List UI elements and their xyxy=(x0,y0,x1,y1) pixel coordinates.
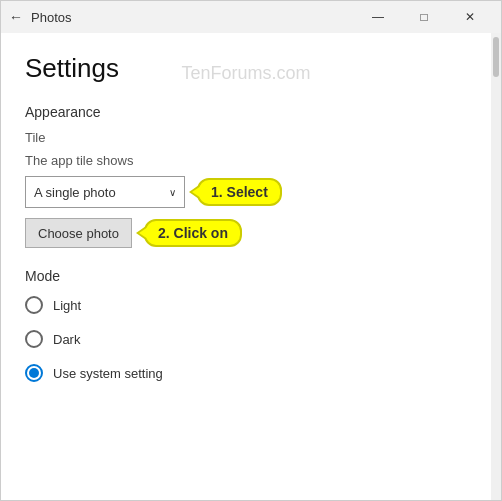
radio-system-circle xyxy=(25,364,43,382)
maximize-button[interactable]: □ xyxy=(401,1,447,33)
dropdown-arrow-icon: ∨ xyxy=(169,187,176,198)
callout-click: 2. Click on xyxy=(144,219,242,247)
app-window: ← Photos — □ ✕ TenForums.com Settings Ap… xyxy=(0,0,502,501)
choose-photo-button[interactable]: Choose photo xyxy=(25,218,132,248)
radio-light[interactable]: Light xyxy=(25,296,467,314)
content-area: TenForums.com Settings Appearance Tile T… xyxy=(1,33,501,500)
page-title: Settings xyxy=(25,53,467,84)
appearance-section: Appearance Tile The app tile shows A sin… xyxy=(25,104,467,248)
window-controls: — □ ✕ xyxy=(355,1,493,33)
scrollbar[interactable] xyxy=(491,33,501,500)
app-tile-shows-label: The app tile shows xyxy=(25,153,467,168)
window-title: Photos xyxy=(31,10,355,25)
radio-dark[interactable]: Dark xyxy=(25,330,467,348)
mode-section: Mode Light Dark Use system setting xyxy=(25,268,467,382)
radio-system-label: Use system setting xyxy=(53,366,163,381)
scrollbar-thumb[interactable] xyxy=(493,37,499,77)
tile-label: Tile xyxy=(25,130,467,145)
radio-system[interactable]: Use system setting xyxy=(25,364,467,382)
choose-photo-row: Choose photo 2. Click on xyxy=(25,218,467,248)
dropdown-row: A single photo ∨ 1. Select xyxy=(25,176,467,208)
radio-dark-label: Dark xyxy=(53,332,80,347)
minimize-button[interactable]: — xyxy=(355,1,401,33)
dropdown-value: A single photo xyxy=(34,185,116,200)
tile-dropdown[interactable]: A single photo ∨ xyxy=(25,176,185,208)
main-area: TenForums.com Settings Appearance Tile T… xyxy=(1,33,491,500)
radio-dark-circle xyxy=(25,330,43,348)
close-button[interactable]: ✕ xyxy=(447,1,493,33)
radio-light-circle xyxy=(25,296,43,314)
title-bar: ← Photos — □ ✕ xyxy=(1,1,501,33)
mode-section-title: Mode xyxy=(25,268,467,284)
radio-light-label: Light xyxy=(53,298,81,313)
back-button[interactable]: ← xyxy=(9,9,23,25)
appearance-section-title: Appearance xyxy=(25,104,467,120)
callout-select: 1. Select xyxy=(197,178,282,206)
